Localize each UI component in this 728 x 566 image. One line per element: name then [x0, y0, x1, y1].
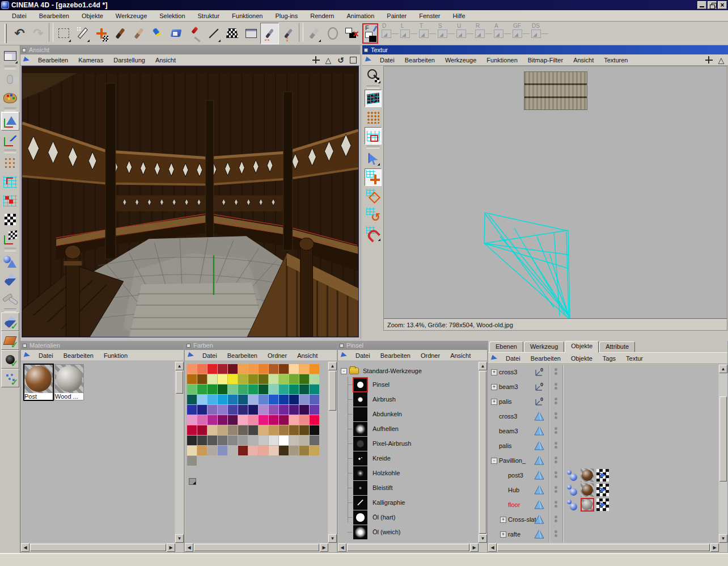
color-swatch[interactable]: [208, 415, 217, 425]
color-swatch[interactable]: [248, 364, 258, 374]
material-tag-icon[interactable]: [581, 468, 594, 482]
scroll-down-button[interactable]: ▼: [175, 534, 184, 543]
panel-tab[interactable]: Objekte: [565, 341, 599, 353]
color-swatch[interactable]: [187, 446, 197, 455]
scroll-thumb[interactable]: [497, 544, 710, 551]
visibility-dots[interactable]: [552, 426, 559, 435]
uv-polygon-mode-icon[interactable]: [365, 127, 382, 145]
scroll-thumb[interactable]: [194, 544, 319, 551]
color-swatch[interactable]: [279, 436, 289, 445]
object-mode-icon[interactable]: [1, 252, 19, 271]
color-swatch[interactable]: [269, 374, 278, 384]
uv-rotate-tool-icon[interactable]: [365, 206, 382, 223]
color-swatch[interactable]: [289, 374, 299, 384]
color-swatch[interactable]: [197, 395, 207, 404]
view-mode-icon[interactable]: [1, 112, 19, 130]
history-icon[interactable]: [1, 70, 19, 88]
visibility-dots[interactable]: [552, 514, 559, 523]
color-swatch[interactable]: [259, 436, 268, 445]
color-swatch[interactable]: [279, 395, 289, 404]
channel-u-button[interactable]: U: [455, 23, 473, 44]
viewport-3d-scene[interactable]: [22, 66, 359, 337]
scroll-left-button[interactable]: ◀: [185, 543, 193, 552]
color-swatch[interactable]: [299, 395, 309, 404]
color-swatch[interactable]: [289, 364, 299, 374]
color-swatch[interactable]: [238, 425, 248, 435]
color-swatch[interactable]: [279, 425, 289, 435]
color-swatch[interactable]: [259, 405, 268, 415]
color-swatch[interactable]: [187, 395, 197, 404]
color-swatch[interactable]: [248, 425, 258, 435]
separator[interactable]: [366, 86, 380, 88]
color-swatch[interactable]: [269, 415, 278, 425]
color-swatch[interactable]: [238, 436, 248, 445]
screwdriver-tool-icon[interactable]: [185, 23, 204, 44]
color-swatch[interactable]: [228, 436, 238, 445]
points-mode-icon[interactable]: [1, 154, 19, 172]
uv-scale-tool-icon[interactable]: [365, 187, 382, 205]
separator[interactable]: [4, 248, 16, 251]
menu-item[interactable]: Werkzeuge: [440, 56, 481, 65]
menu-item[interactable]: Funktionen: [481, 56, 522, 65]
channel-f-button[interactable]: F: [362, 23, 378, 44]
eraser-icon[interactable]: [1, 271, 19, 289]
menu-item[interactable]: Objekte: [75, 11, 109, 20]
color-swatch[interactable]: [248, 446, 258, 455]
minimize-button[interactable]: [697, 1, 706, 9]
object-type-icon[interactable]: 0: [533, 470, 545, 481]
menu-item[interactable]: Ansicht: [568, 56, 599, 65]
panel-pointer-icon[interactable]: [365, 57, 373, 64]
maximize-view-icon[interactable]: [349, 56, 358, 65]
menu-item[interactable]: Objekte: [566, 354, 598, 363]
menu-item[interactable]: Kameras: [73, 56, 108, 65]
eraser-enable-icon[interactable]: [1, 312, 19, 331]
color-swatch[interactable]: [310, 395, 319, 404]
color-swatch[interactable]: [248, 456, 258, 466]
sphere-enable-icon[interactable]: [1, 350, 19, 369]
materials-header[interactable]: Materialien: [21, 341, 184, 350]
menu-item[interactable]: Bearbeiten: [58, 351, 99, 360]
apply-brush-vertical-icon[interactable]: [279, 23, 298, 44]
color-swatch[interactable]: [228, 374, 238, 384]
color-swatch[interactable]: [259, 385, 268, 394]
texture-tag-icon[interactable]: [596, 499, 609, 511]
brush-item[interactable]: Öl (hart): [338, 510, 478, 525]
menu-item[interactable]: Texturen: [599, 56, 633, 65]
color-swatch[interactable]: [269, 405, 278, 415]
color-swatch[interactable]: [218, 425, 227, 435]
separator[interactable]: [4, 309, 16, 312]
object-row[interactable]: + palis 0: [489, 394, 718, 409]
color-swatch[interactable]: [248, 395, 258, 404]
color-swatch[interactable]: [197, 446, 207, 455]
object-type-icon[interactable]: 0: [533, 484, 545, 496]
render-settings-icon[interactable]: [242, 23, 260, 44]
scroll-left-button[interactable]: ◀: [338, 543, 346, 552]
brush-preset-icon[interactable]: [304, 23, 323, 44]
scroll-up-button[interactable]: ▲: [479, 362, 487, 370]
vertical-scrollbar[interactable]: ▲ ▼: [175, 362, 184, 543]
color-swatch[interactable]: [187, 436, 197, 445]
scroll-right-button[interactable]: ▶: [167, 543, 175, 552]
object-label[interactable]: post3: [508, 472, 523, 479]
color-swatch[interactable]: [299, 374, 309, 384]
redo-icon[interactable]: [29, 23, 48, 44]
object-type-icon[interactable]: 0: [533, 381, 545, 392]
scroll-up-button[interactable]: ▲: [328, 362, 337, 370]
select-tool-icon[interactable]: [365, 150, 382, 167]
scroll-right-button[interactable]: ▶: [320, 543, 328, 552]
color-swatch[interactable]: [259, 395, 268, 404]
close-button[interactable]: [718, 1, 727, 9]
color-swatch[interactable]: [279, 374, 289, 384]
color-swatch[interactable]: [299, 385, 309, 394]
object-type-icon[interactable]: 0: [533, 455, 545, 466]
uv-edge-mode-icon[interactable]: [1, 172, 19, 191]
menu-item[interactable]: Datei: [501, 354, 526, 363]
brush-item[interactable]: Bleistift: [338, 480, 478, 495]
texture-tag-icon[interactable]: [596, 469, 609, 481]
panel-pointer-icon[interactable]: [490, 355, 498, 362]
brush-item[interactable]: Kalligraphie: [338, 495, 478, 510]
smudge-tool-icon[interactable]: [129, 23, 148, 44]
visibility-dots[interactable]: [552, 470, 559, 479]
color-swatch[interactable]: [310, 405, 319, 415]
separator[interactable]: [299, 23, 303, 42]
